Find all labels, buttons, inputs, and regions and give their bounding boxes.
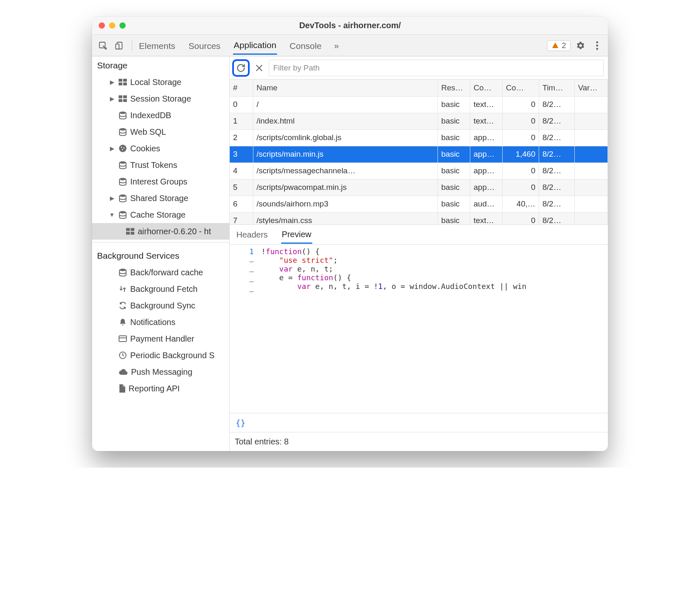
minimize-window-button[interactable] xyxy=(109,22,115,29)
svg-point-16 xyxy=(119,145,126,152)
table-row[interactable]: 0/basictext…08/2… xyxy=(230,96,608,113)
svg-point-4 xyxy=(596,44,598,46)
close-window-button[interactable] xyxy=(99,22,105,29)
filter-toolbar xyxy=(230,56,608,80)
cell xyxy=(575,146,608,163)
sidebar-item-background-fetch[interactable]: Background Fetch xyxy=(92,281,229,297)
sidebar-item-trust-tokens[interactable]: Trust Tokens xyxy=(92,157,229,173)
sidebar-item-reporting-api[interactable]: Reporting API xyxy=(92,380,229,397)
clear-button[interactable] xyxy=(253,62,265,74)
column-header[interactable]: # xyxy=(230,80,253,96)
sidebar-item-interest-groups[interactable]: Interest Groups xyxy=(92,173,229,190)
brace-indicator[interactable]: {} xyxy=(230,413,608,432)
chevron-right-icon: ▶ xyxy=(109,195,115,201)
cell: 6 xyxy=(230,196,253,212)
tab-preview[interactable]: Preview xyxy=(281,226,312,244)
sidebar-item-web-sql[interactable]: Web SQL xyxy=(92,124,229,140)
column-header[interactable]: Co… xyxy=(470,80,503,96)
column-header[interactable]: Co… xyxy=(503,80,539,96)
cell: 0 xyxy=(503,129,539,146)
table-row[interactable]: 7/styles/main.cssbasictext…08/2… xyxy=(230,212,608,225)
cell: /scripts/pwacompat.min.js xyxy=(253,179,438,196)
cell: basic xyxy=(438,113,470,129)
column-header[interactable]: Name xyxy=(253,80,438,96)
sidebar-item-label: Periodic Background S xyxy=(130,351,214,360)
db-icon xyxy=(119,161,127,169)
cell: / xyxy=(253,96,438,113)
sidebar-item-payment-handler[interactable]: Payment Handler xyxy=(92,330,229,347)
svg-rect-7 xyxy=(123,79,127,82)
db-icon xyxy=(119,177,127,186)
cell: 0 xyxy=(503,163,539,179)
refresh-button[interactable] xyxy=(232,59,250,77)
sidebar-item-label: Reporting API xyxy=(129,384,180,393)
sidebar-item-periodic-background-s[interactable]: Periodic Background S xyxy=(92,347,229,364)
svg-point-5 xyxy=(596,48,598,50)
svg-point-15 xyxy=(119,128,126,131)
code-content: !function() { "use strict"; var e, n, t;… xyxy=(259,245,526,413)
more-menu-icon[interactable] xyxy=(591,39,604,52)
column-header[interactable]: Tim… xyxy=(539,80,575,96)
svg-rect-24 xyxy=(126,228,130,231)
db-icon xyxy=(119,194,127,202)
sidebar-item-local-storage[interactable]: ▶Local Storage xyxy=(92,74,229,90)
cell: 5 xyxy=(230,179,253,196)
svg-point-21 xyxy=(119,178,126,180)
tab-console[interactable]: Console xyxy=(289,37,322,54)
cell: 8/2… xyxy=(539,179,575,196)
svg-rect-9 xyxy=(123,82,127,85)
cell: 8/2… xyxy=(539,146,575,163)
sidebar-item-indexeddb[interactable]: IndexedDB xyxy=(92,107,229,124)
settings-icon[interactable] xyxy=(574,39,587,52)
clock-icon xyxy=(119,351,127,359)
table-row[interactable]: 1/index.htmlbasictext…08/2… xyxy=(230,113,608,129)
tab-headers[interactable]: Headers xyxy=(236,226,269,243)
devtools-window: DevTools - airhorner.com/ Elements Sourc… xyxy=(92,17,608,451)
sidebar-item-notifications[interactable]: Notifications xyxy=(92,314,229,330)
main-toolbar: Elements Sources Application Console » 2 xyxy=(92,35,608,56)
column-header[interactable]: Res… xyxy=(438,80,470,96)
tab-sources[interactable]: Sources xyxy=(188,37,221,54)
cell: 2 xyxy=(230,129,253,146)
svg-rect-29 xyxy=(119,336,126,342)
sidebar-item-cookies[interactable]: ▶Cookies xyxy=(92,140,229,157)
device-toolbar-icon[interactable] xyxy=(113,39,126,52)
table-row[interactable]: 4/scripts/messagechannela…basicapp…08/2… xyxy=(230,163,608,179)
cell xyxy=(575,212,608,225)
inspect-element-icon[interactable] xyxy=(96,39,109,52)
cell: 0 xyxy=(503,179,539,196)
column-header[interactable]: Var… xyxy=(575,80,608,96)
table-row[interactable]: 2/scripts/comlink.global.jsbasicapp…08/2… xyxy=(230,129,608,146)
table-row[interactable]: 6/sounds/airhorn.mp3basicaud…40,…8/2… xyxy=(230,196,608,212)
sidebar-item-back-forward-cache[interactable]: Back/forward cache xyxy=(92,264,229,281)
cloud-icon xyxy=(119,369,128,375)
warnings-badge[interactable]: 2 xyxy=(547,40,571,51)
svg-rect-8 xyxy=(119,82,122,85)
table-icon xyxy=(119,95,127,102)
panel-tabs: Elements Sources Application Console » xyxy=(138,36,339,55)
file-icon xyxy=(119,384,125,393)
svg-point-20 xyxy=(119,161,126,164)
table-row[interactable]: 5/scripts/pwacompat.min.jsbasicapp…08/2… xyxy=(230,179,608,196)
sidebar-item-background-sync[interactable]: Background Sync xyxy=(92,297,229,314)
table-row[interactable]: 3/scripts/main.min.jsbasicapp…1,4608/2… xyxy=(230,146,608,163)
cell: 0 xyxy=(503,113,539,129)
sidebar-item-label: Local Storage xyxy=(130,78,181,87)
cookie-icon xyxy=(119,144,127,153)
sidebar-item-airhorner-0-6-20-ht[interactable]: airhorner-0.6.20 - ht xyxy=(92,223,229,240)
zoom-window-button[interactable] xyxy=(119,22,126,29)
tab-application[interactable]: Application xyxy=(233,36,277,55)
cell xyxy=(575,196,608,212)
sidebar-item-shared-storage[interactable]: ▶Shared Storage xyxy=(92,190,229,206)
filter-input[interactable] xyxy=(269,60,604,76)
db-icon xyxy=(119,268,127,277)
sidebar-item-session-storage[interactable]: ▶Session Storage xyxy=(92,90,229,107)
cell: 0 xyxy=(230,96,253,113)
sidebar-item-label: IndexedDB xyxy=(130,111,171,120)
svg-point-28 xyxy=(119,269,126,271)
sidebar-item-push-messaging[interactable]: Push Messaging xyxy=(92,364,229,380)
cell xyxy=(575,113,608,129)
tab-elements[interactable]: Elements xyxy=(138,37,176,54)
tab-overflow-button[interactable]: » xyxy=(334,41,339,51)
sidebar-item-cache-storage[interactable]: ▼Cache Storage xyxy=(92,206,229,223)
